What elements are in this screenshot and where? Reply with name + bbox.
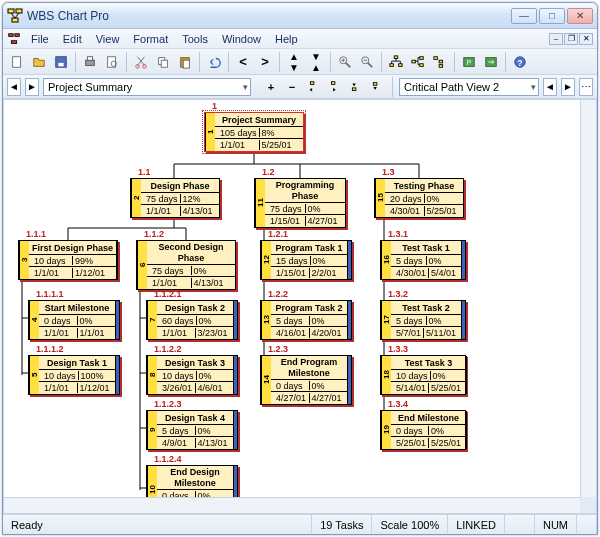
- svg-rect-36: [420, 56, 424, 59]
- node-start: 4/30/01: [388, 206, 425, 216]
- copy-button[interactable]: [153, 52, 173, 72]
- menu-help[interactable]: Help: [269, 31, 304, 47]
- wbs-node-19[interactable]: 1.3.419End Milestone0 days0%5/25/015/25/…: [380, 410, 466, 450]
- wbs-node-8[interactable]: 1.1.2.28Design Task 310 days0%3/26/014/6…: [146, 355, 238, 395]
- wbs-node-16[interactable]: 1.3.116Test Task 15 days0%4/30/015/4/01: [380, 240, 466, 280]
- open-button[interactable]: [29, 52, 49, 72]
- wbs-node-12[interactable]: 1.2.112Program Task 115 days0%1/15/012/2…: [260, 240, 352, 280]
- save-button[interactable]: [51, 52, 71, 72]
- node-end: 4/20/01: [310, 328, 345, 338]
- node-pct: 0%: [197, 371, 230, 380]
- tree-list-button[interactable]: [430, 52, 450, 72]
- move-up-button[interactable]: [345, 77, 365, 97]
- node-id: 6: [137, 241, 147, 289]
- view-prev-button[interactable]: ◄: [543, 78, 557, 96]
- vertical-scrollbar[interactable]: [580, 100, 596, 497]
- svg-rect-6: [15, 33, 19, 36]
- undo-button[interactable]: [204, 52, 224, 72]
- wbs-code: 1.2.1: [268, 229, 288, 239]
- node-end: 4/13/01: [181, 206, 217, 216]
- wbs-node-5[interactable]: 1.1.1.25Design Task 110 days100%1/1/011/…: [28, 355, 120, 395]
- wbs-node-4[interactable]: 1.1.1.14Start Milestone0 days0%1/1/011/1…: [28, 300, 120, 340]
- link-msp-button[interactable]: P: [459, 52, 479, 72]
- print-button[interactable]: [80, 52, 100, 72]
- node-pct: 0%: [310, 381, 345, 390]
- wbs-node-1[interactable]: 11Project Summary105 days8%1/1/015/25/01: [204, 112, 304, 152]
- menu-window[interactable]: Window: [216, 31, 267, 47]
- preview-button[interactable]: [102, 52, 122, 72]
- node-pct: 0%: [192, 266, 233, 275]
- node-id: 2: [131, 179, 141, 217]
- node-pct: 0%: [427, 256, 459, 265]
- node-id: 1: [205, 113, 215, 151]
- view-more-button[interactable]: ⋯: [579, 78, 593, 96]
- expand-button[interactable]: ▲▼: [284, 52, 304, 72]
- mdi-close-button[interactable]: ✕: [579, 33, 593, 45]
- node-end: 4/27/01: [306, 216, 343, 226]
- wbs-node-18[interactable]: 1.3.318Test Task 310 days0%5/14/015/25/0…: [380, 355, 466, 395]
- mdi-restore-button[interactable]: ❐: [564, 33, 578, 45]
- node-start: 1/1/01: [218, 140, 260, 150]
- menu-view[interactable]: View: [90, 31, 126, 47]
- node-start: 1/1/01: [42, 383, 78, 393]
- add-button[interactable]: +: [261, 77, 281, 97]
- svg-rect-44: [439, 64, 443, 67]
- node-end: 5/25/01: [425, 206, 461, 216]
- horizontal-scrollbar[interactable]: [4, 497, 580, 513]
- wbs-node-7[interactable]: 1.1.2.17Design Task 260 days0%1/1/013/23…: [146, 300, 238, 340]
- status-linked: LINKED: [448, 515, 505, 534]
- node-id: 18: [381, 356, 391, 394]
- menu-format[interactable]: Format: [127, 31, 174, 47]
- node-duration: 5 days: [394, 316, 427, 325]
- wbs-node-2[interactable]: 1.12Design Phase75 days12%1/1/014/13/01: [130, 178, 220, 218]
- chart-canvas[interactable]: 11Project Summary105 days8%1/1/015/25/01…: [3, 99, 597, 514]
- wbs-node-9[interactable]: 1.1.2.39Design Task 45 days0%4/9/014/13/…: [146, 410, 238, 450]
- node-pct: 0%: [431, 371, 464, 380]
- help-button[interactable]: ?: [510, 52, 530, 72]
- wbs-node-3[interactable]: 1.1.13First Design Phase10 days99%1/1/01…: [18, 240, 118, 280]
- paste-button[interactable]: [175, 52, 195, 72]
- tree-h-button[interactable]: [408, 52, 428, 72]
- zoom-in-button[interactable]: [335, 52, 355, 72]
- view-selector[interactable]: Critical Path View 2: [399, 78, 539, 96]
- zoom-out-button[interactable]: [357, 52, 377, 72]
- move-down-button[interactable]: [366, 77, 386, 97]
- titlebar[interactable]: WBS Chart Pro — □ ✕: [3, 3, 597, 29]
- wbs-node-14[interactable]: 1.2.314End Program Milestone0 days0%4/27…: [260, 355, 352, 405]
- outdent-button[interactable]: [303, 77, 323, 97]
- next-button[interactable]: >: [255, 52, 275, 72]
- node-end: 4/6/01: [196, 383, 231, 393]
- wbs-node-6[interactable]: 1.1.26Second Design Phase75 days0%1/1/01…: [136, 240, 236, 290]
- node-pct: 0%: [311, 256, 344, 265]
- nav-next-button[interactable]: ►: [25, 78, 39, 96]
- tree-v-button[interactable]: [386, 52, 406, 72]
- wbs-node-11[interactable]: 1.211Programming Phase75 days0%1/15/014/…: [254, 178, 346, 228]
- node-end: 4/13/01: [196, 438, 231, 448]
- remove-button[interactable]: −: [282, 77, 302, 97]
- view-next-button[interactable]: ►: [561, 78, 575, 96]
- menu-tools[interactable]: Tools: [176, 31, 214, 47]
- wbs-code: 1.3.4: [388, 399, 408, 409]
- task-selector[interactable]: Project Summary: [43, 78, 251, 96]
- node-id: 9: [147, 411, 157, 449]
- menu-edit[interactable]: Edit: [57, 31, 88, 47]
- wbs-node-15[interactable]: 1.315Testing Phase20 days0%4/30/015/25/0…: [374, 178, 464, 218]
- prev-button[interactable]: <: [233, 52, 253, 72]
- wbs-code: 1.1.1: [26, 229, 46, 239]
- new-button[interactable]: [7, 52, 27, 72]
- minimize-button[interactable]: —: [511, 8, 537, 24]
- maximize-button[interactable]: □: [539, 8, 565, 24]
- goto-msp-button[interactable]: [481, 52, 501, 72]
- node-start: 5/7/01: [394, 328, 424, 338]
- wbs-node-17[interactable]: 1.3.217Test Task 25 days0%5/7/015/11/01: [380, 300, 466, 340]
- menu-file[interactable]: File: [25, 31, 55, 47]
- wbs-node-13[interactable]: 1.2.213Program Task 25 days0%4/16/014/20…: [260, 300, 352, 340]
- cut-button[interactable]: [131, 52, 151, 72]
- node-name: Design Phase: [141, 179, 219, 193]
- status-tasks: 19 Tasks: [312, 515, 372, 534]
- indent-button[interactable]: [324, 77, 344, 97]
- close-button[interactable]: ✕: [567, 8, 593, 24]
- collapse-button[interactable]: ▼▲: [306, 52, 326, 72]
- nav-prev-button[interactable]: ◄: [7, 78, 21, 96]
- mdi-minimize-button[interactable]: –: [549, 33, 563, 45]
